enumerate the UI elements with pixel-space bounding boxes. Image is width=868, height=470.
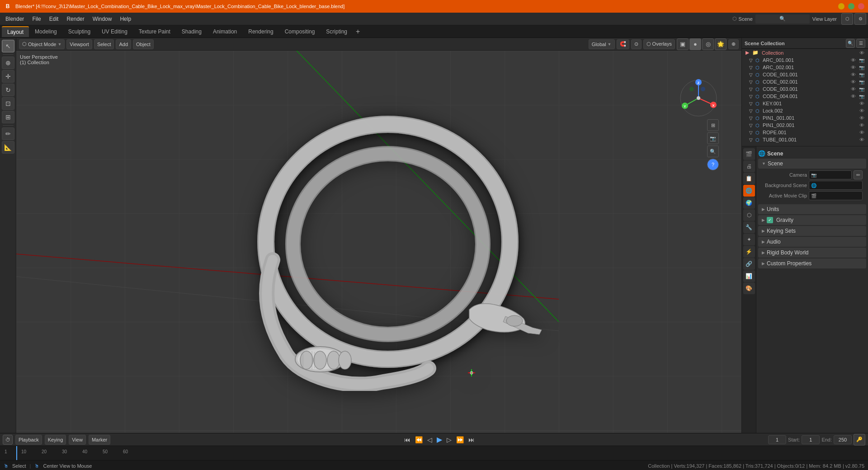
keying-menu[interactable]: Keying (45, 435, 66, 445)
lock-vis[interactable]: 👁 (859, 108, 864, 113)
props-tab-render[interactable]: 🎬 (743, 148, 755, 160)
outliner-item-pin1001[interactable]: ▽ ⬡ PIN1_001.001 👁 (742, 114, 868, 122)
jump-end-btn[interactable]: ⏭ (467, 436, 476, 443)
tool-annotate[interactable]: ✏ (2, 127, 14, 140)
outliner-item-arc001[interactable]: ▽ ⬡ ARC_001.001 👁 📷 (742, 56, 868, 64)
outliner-item-rope[interactable]: ▽ ⬡ ROPE.001 👁 (742, 129, 868, 136)
arc001-vis[interactable]: 👁 (851, 57, 856, 63)
props-tab-scene[interactable]: 🌐 (743, 185, 755, 197)
arc002-vis[interactable]: 👁 (851, 65, 856, 70)
mode-selector[interactable]: ⬡ Object Mode ▼ (19, 39, 65, 49)
menu-edit[interactable]: Edit (46, 14, 62, 24)
menu-render[interactable]: Render (63, 14, 88, 24)
rendered-shading[interactable]: 🌟 (715, 38, 726, 50)
outliner-item-tube[interactable]: ▽ ⬡ TUBE_001.001 👁 (742, 136, 868, 143)
play-btn[interactable]: ▶ (435, 435, 443, 444)
tab-modeling[interactable]: Modeling (29, 26, 62, 37)
tab-shading[interactable]: Shading (176, 26, 207, 37)
tab-sculpting[interactable]: Sculpting (63, 26, 96, 37)
playback-menu[interactable]: Playback (15, 435, 42, 445)
close-button[interactable] (858, 3, 864, 9)
add-menu[interactable]: Add (116, 39, 131, 49)
next-keyframe-btn[interactable]: ⏩ (455, 436, 465, 443)
collection-visibility[interactable]: 👁 (859, 50, 864, 56)
arc001-render[interactable]: 📷 (859, 58, 864, 63)
pin1002-vis[interactable]: 👁 (859, 122, 864, 128)
marker-menu[interactable]: Marker (89, 435, 110, 445)
code004-render[interactable]: 📷 (859, 94, 864, 99)
tool-scale[interactable]: ⊡ (2, 97, 14, 110)
tool-rotate[interactable]: ↻ (2, 84, 14, 96)
header-icon-2[interactable]: ⚙ (854, 13, 866, 25)
code001-vis[interactable]: 👁 (851, 72, 856, 77)
outliner-item-code001[interactable]: ▽ ⬡ CODE_001.001 👁 📷 (742, 71, 868, 78)
end-frame-field[interactable]: 250 (834, 435, 852, 444)
rigid-body-section-header[interactable]: ▶ Rigid Body World (758, 248, 866, 258)
prev-keyframe-btn[interactable]: ⏪ (414, 436, 424, 443)
tab-layout[interactable]: Layout (2, 26, 29, 37)
tab-scripting[interactable]: Scripting (321, 26, 353, 37)
keyframe-icon[interactable]: 🔑 (854, 434, 865, 446)
outliner-item-key[interactable]: ▽ ⬡ KEY.001 👁 (742, 100, 868, 107)
arc002-render[interactable]: 📷 (859, 65, 864, 70)
key-vis[interactable]: 👁 (859, 101, 864, 106)
menu-window[interactable]: Window (89, 14, 116, 24)
grid-nav-icon[interactable]: ⊞ (707, 119, 719, 131)
custom-props-section-header[interactable]: ▶ Custom Properties (758, 258, 866, 268)
gizmo-toggle[interactable]: ⊕ (728, 39, 739, 49)
step-fwd-btn[interactable]: ▷ (445, 436, 453, 443)
add-workspace-button[interactable]: + (353, 27, 363, 37)
tab-rendering[interactable]: Rendering (243, 26, 278, 37)
outliner-item-arc002[interactable]: ▽ ⬡ ARC_002.001 👁 📷 (742, 64, 868, 71)
tab-compositing[interactable]: Compositing (279, 26, 321, 37)
solid-shading[interactable]: ● (689, 38, 701, 50)
code003-render[interactable]: 📷 (859, 87, 864, 92)
props-tab-world[interactable]: 🌍 (743, 197, 755, 209)
overlays-button[interactable]: ⬡ Overlays (643, 39, 675, 49)
global-selector[interactable]: Global ▼ (589, 39, 615, 49)
gravity-section-header[interactable]: ▶ ✓ Gravity (758, 215, 866, 225)
timeline-menu-icon[interactable]: ⏱ (3, 435, 13, 445)
code002-render[interactable]: 📷 (859, 80, 864, 85)
keying-sets-section-header[interactable]: ▶ Keying Sets (758, 226, 866, 236)
outliner-item-code003[interactable]: ▽ ⬡ CODE_003.001 👁 📷 (742, 85, 868, 93)
code003-vis[interactable]: 👁 (851, 86, 856, 92)
camera-field[interactable]: 📷 (809, 170, 852, 179)
background-scene-field[interactable]: 🌐 (809, 181, 863, 190)
camera-nav-icon[interactable]: 📷 (707, 132, 719, 144)
menu-file[interactable]: File (28, 14, 44, 24)
current-frame-field[interactable]: 1 (768, 435, 786, 444)
gravity-checkbox[interactable]: ✓ (767, 217, 773, 223)
navigation-gizmo[interactable]: Z X Y ⊞ 📷 (678, 78, 719, 118)
tool-transform[interactable]: ⊞ (2, 111, 14, 123)
props-tab-output[interactable]: 🖨 (743, 160, 755, 172)
viewport-menu[interactable]: Viewport (66, 39, 92, 49)
outliner-item-code004[interactable]: ▽ ⬡ CODE_004.001 👁 📷 (742, 93, 868, 100)
outliner-item-pin1002[interactable]: ▽ ⬡ PIN1_002.001 👁 (742, 122, 868, 129)
menu-blender[interactable]: Blender (2, 14, 28, 24)
code002-vis[interactable]: 👁 (851, 79, 856, 85)
minimize-button[interactable] (838, 3, 844, 9)
start-frame-field[interactable]: 1 (802, 435, 820, 444)
props-tab-material[interactable]: 🎨 (743, 282, 755, 294)
question-nav-icon[interactable]: ? (707, 159, 719, 170)
menu-help[interactable]: Help (116, 14, 135, 24)
camera-edit-btn[interactable]: ✏ (854, 170, 863, 179)
tool-move[interactable]: ✛ (2, 70, 14, 83)
zoom-nav-icon[interactable]: 🔍 (707, 146, 719, 157)
tool-select[interactable]: ↖ (2, 40, 14, 52)
outliner-item-code002[interactable]: ▽ ⬡ CODE_002.001 👁 📷 (742, 78, 868, 85)
3d-viewport[interactable]: User Perspective (1) Collection (16, 51, 741, 433)
code004-vis[interactable]: 👁 (851, 94, 856, 99)
audio-section-header[interactable]: ▶ Audio (758, 237, 866, 247)
props-tab-data[interactable]: 📊 (743, 270, 755, 282)
header-icon-1[interactable]: ⬡ (841, 13, 853, 25)
tube-vis[interactable]: 👁 (859, 137, 864, 142)
select-menu[interactable]: Select (94, 39, 114, 49)
object-menu[interactable]: Object (133, 39, 154, 49)
timeline-ruler[interactable]: 1 10 20 30 40 50 60 70 80 90 100 110 120… (0, 446, 868, 460)
view-menu-tl[interactable]: View (69, 435, 86, 445)
code001-render[interactable]: 📷 (859, 72, 864, 77)
search-bar[interactable]: 🔍 (755, 14, 810, 24)
props-tab-object[interactable]: ⬡ (743, 209, 755, 221)
